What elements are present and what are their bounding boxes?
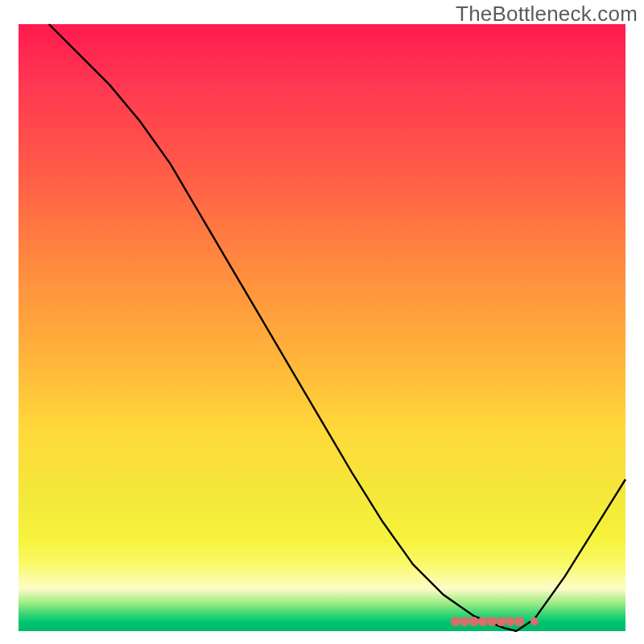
min-dot — [469, 617, 479, 626]
min-dot — [530, 617, 539, 625]
min-dot — [514, 617, 524, 626]
chart-container: TheBottleneck.com — [0, 0, 644, 644]
watermark-text: TheBottleneck.com — [456, 2, 638, 27]
min-dot — [451, 617, 460, 626]
min-dot — [487, 617, 497, 626]
min-dot — [478, 617, 488, 626]
min-dot — [496, 617, 506, 626]
plot-area — [19, 24, 625, 631]
min-dot — [460, 617, 469, 626]
chart-svg — [19, 24, 625, 631]
chart-line — [49, 24, 625, 631]
min-dot — [506, 617, 515, 626]
